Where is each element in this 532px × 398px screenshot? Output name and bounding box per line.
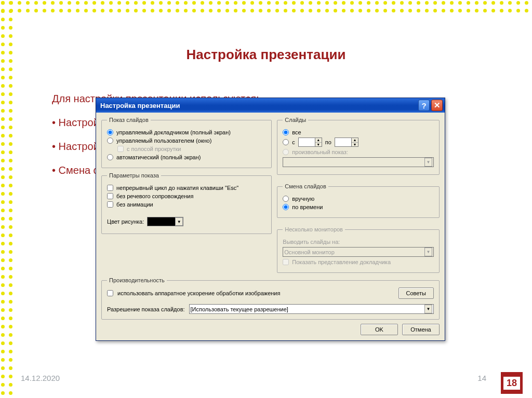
label-manual: вручную: [292, 196, 314, 202]
tips-button[interactable]: Советы: [398, 287, 434, 299]
label-custom-show: произвольный показ:: [292, 149, 348, 155]
label-kiosk: автоматический (полный экран): [116, 154, 201, 160]
label-user-window: управляемый пользователем (окно): [116, 138, 211, 144]
performance-group: Производительность использовать аппаратн…: [101, 277, 440, 320]
chevron-down-icon: ▼: [352, 143, 358, 147]
dialog-title-text: Настройка презентации: [100, 102, 180, 109]
corner-badge: 18: [501, 372, 523, 394]
performance-legend: Производительность: [107, 277, 167, 283]
check-loop[interactable]: [107, 185, 113, 191]
show-options-group: Параметры показа непрерывный цикл до наж…: [101, 172, 272, 234]
show-type-group: Показ слайдов управляемый докладчиком (п…: [101, 117, 272, 168]
chevron-down-icon: ▼: [315, 143, 322, 147]
footer-date: 14.12.2020: [21, 374, 60, 382]
help-button[interactable]: ?: [418, 100, 430, 111]
label-no-narration: без речевого сопровождения: [116, 193, 193, 199]
monitors-group: Несколько мониторов Выводить слайды на: …: [277, 226, 440, 273]
check-hw-accel[interactable]: [107, 290, 113, 296]
radio-custom-show: [283, 149, 289, 155]
dialog-titlebar[interactable]: Настройка презентации ? ✕: [96, 98, 445, 113]
radio-all-slides[interactable]: [283, 129, 289, 135]
label-scrollbar: с полосой прокрутки: [127, 146, 181, 152]
slides-range-group: Слайды все с ▲▼ по ▲▼ произвольный показ…: [277, 117, 440, 175]
chevron-down-icon: ▼: [424, 248, 432, 256]
label-no-animation: без анимации: [116, 201, 153, 208]
slide-title: Настройка презентации: [0, 47, 532, 63]
ok-button[interactable]: OK: [361, 324, 398, 335]
label-presenter-view: Показать представление докладчика: [292, 259, 391, 265]
label-all-slides: все: [292, 129, 301, 135]
chevron-down-icon: ▼: [175, 217, 183, 226]
pen-color-dropdown[interactable]: ▼: [147, 217, 183, 226]
label-loop: непрерывный цикл до нажатия клавиши "Esc…: [116, 185, 238, 191]
spinner-to[interactable]: ▲▼: [335, 138, 358, 147]
label-hw-accel: использовать аппаратное ускорение обрабо…: [117, 290, 280, 296]
custom-show-dropdown: ▼: [283, 157, 434, 167]
presentation-settings-dialog: Настройка презентации ? ✕ Показ слайдов …: [96, 98, 445, 341]
radio-timings[interactable]: [283, 204, 289, 210]
close-button[interactable]: ✕: [431, 100, 443, 111]
advance-group: Смена слайдов вручную по времени: [277, 183, 440, 218]
label-pen-color: Цвет рисунка:: [107, 218, 144, 225]
check-presenter-view: [283, 259, 289, 265]
advance-legend: Смена слайдов: [283, 183, 328, 189]
check-no-animation[interactable]: [107, 201, 113, 208]
corner-badge-number: 18: [503, 376, 521, 390]
label-from: с: [292, 139, 295, 145]
chevron-up-icon: ▲: [315, 138, 322, 143]
chevron-up-icon: ▲: [352, 138, 358, 143]
monitor-dropdown: Основной монитор▼: [283, 247, 434, 257]
label-to: по: [325, 139, 331, 145]
label-presenter-full: управляемый докладчиком (полный экран): [116, 129, 231, 135]
label-resolution: Разрешение показа слайдов:: [107, 306, 185, 312]
show-type-legend: Показ слайдов: [107, 117, 151, 123]
help-icon: ?: [421, 101, 426, 110]
cancel-button[interactable]: Отмена: [402, 324, 440, 335]
monitors-legend: Несколько мониторов: [283, 226, 345, 232]
radio-presenter-full[interactable]: [107, 129, 113, 135]
radio-manual[interactable]: [283, 196, 289, 202]
label-display-on: Выводить слайды на:: [283, 239, 340, 245]
footer-page: 14: [477, 374, 486, 382]
show-options-legend: Параметры показа: [107, 172, 161, 179]
resolution-dropdown[interactable]: [Использовать текущее разрешение]▼: [189, 304, 434, 314]
check-no-narration[interactable]: [107, 193, 113, 199]
chevron-down-icon: ▼: [424, 158, 432, 167]
chevron-down-icon: ▼: [424, 305, 432, 313]
check-scrollbar: [117, 146, 124, 152]
spinner-from[interactable]: ▲▼: [298, 138, 322, 147]
radio-user-window[interactable]: [107, 138, 113, 144]
radio-range[interactable]: [283, 139, 289, 145]
radio-kiosk[interactable]: [107, 154, 113, 160]
close-icon: ✕: [434, 101, 441, 110]
slides-range-legend: Слайды: [283, 117, 308, 123]
label-timings: по времени: [292, 204, 323, 210]
